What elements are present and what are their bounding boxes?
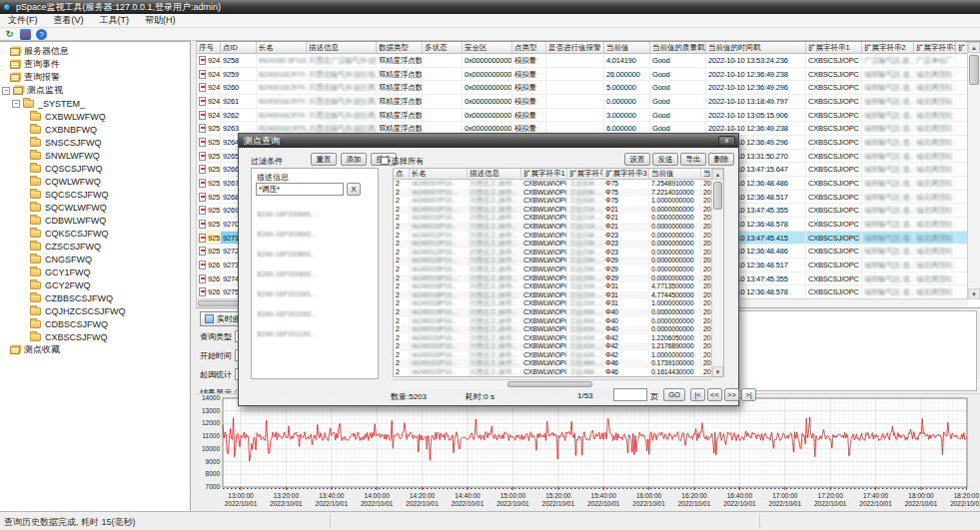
column-header[interactable]: 数据类型 [377,42,423,53]
dialog-table-row[interactable]: 2\A240007P10...川西北工,操作...CXBWLW\OPC工区63#… [394,189,713,198]
help-icon[interactable]: ? [36,29,47,40]
sidebar-item-cdbscsjfwq[interactable]: CDBSCSJFWQ [0,317,190,330]
export-button[interactable]: 导出 [680,153,706,166]
dialog-table-row[interactable]: 2\A240019P10...川西北工,操作...CXBWLW\OPC工区40#… [394,317,713,326]
sidebar-item-查询事件[interactable]: 查询事件 [0,58,190,71]
dialog-table-row[interactable]: 2\A240018P10...川西北工,操作...CXBWLW\OPC工区31#… [394,291,713,300]
sidebar-item-snwlwfwq[interactable]: SNWLWFWQ [0,149,190,162]
dialog-table-row[interactable]: 2\A240019P10...川西北工,操作...CXBWLW\OPC工区40#… [394,325,713,334]
column-header[interactable]: 点 [394,169,410,179]
go-button[interactable]: GO [663,388,685,401]
filter-list-item[interactable]: B240-16P2008#1... [257,245,375,265]
dialog-table-row[interactable]: 2\A240019P10...川西北工,操作...CXBWLW\OPC工区40#… [394,308,713,317]
sidebar-item-cqjhzcscsjfwq[interactable]: CQJHZCSCSJFWQ [0,304,190,317]
dialog-table-row[interactable]: 2\A240020P10...川西北工,操作...CXBWLW\OPC工区42#… [394,342,713,351]
first-page-button[interactable]: |< [690,388,705,401]
sidebar-item-cxbnbfwq[interactable]: CXBNBFWQ [0,123,190,136]
dialog-table-row[interactable]: 2\A240012P10...川西北工,操作...CXBWLW\OPC工区23#… [394,240,713,249]
dialog-table-row[interactable]: 2\A240012P10...川西北工,操作...CXBWLW\OPC工区23#… [394,232,713,241]
dialog-table-row[interactable]: 2\A240018P10...川西北工,操作...CXBWLW\OPC工区31#… [394,282,713,291]
dialog-table-row[interactable]: 2\A240018P10...川西北工,操作...CXBWLW\OPC工区31#… [394,299,713,308]
sidebar-item-sqcscsjfwq[interactable]: SQCSCSJFWQ [0,188,190,201]
column-header[interactable]: 扩展字符串1 [521,169,567,179]
page-number-input[interactable] [613,388,647,401]
dialog-table-row[interactable]: 2\A240007P10...川西北工,操作...CXBWLW\OPC工区63#… [394,180,713,189]
filter-list-item[interactable]: B240-16P2012#1... [257,324,375,344]
sidebar-item-cngsfwq[interactable]: CNGSFWQ [0,253,190,265]
column-header[interactable]: 序号 [197,42,221,53]
dialog-table-row[interactable]: 2\A240020P10...川西北工,操作...CXBWLW\OPC工区42#… [394,351,713,360]
next-page-button[interactable]: >> [724,388,739,401]
column-header[interactable]: 是否进行值报警 [546,42,604,53]
menu-help[interactable]: 帮助(H) [137,14,184,27]
column-header[interactable]: 当前值 [649,169,701,179]
scroll-up-icon[interactable]: ▲ [712,169,723,180]
settings-button[interactable]: 设置 [624,153,650,166]
scrollbar-thumb[interactable] [713,182,722,210]
sidebar-item-测点监视[interactable]: −测点监视 [0,84,190,97]
dialog-horizontal-scrollbar[interactable] [393,379,712,388]
vertical-scrollbar[interactable]: ▲ ▼ [967,42,980,299]
table-row[interactable]: 92469259B240016CRTHO...川西北输气作业区增压达压..双精度… [197,68,968,82]
sidebar-item-cxbscsjfwq[interactable]: CXBSCSJFWQ [0,330,190,343]
filter-list-item[interactable]: B240-16P2006#1... [257,205,375,225]
column-header[interactable]: 扩展字符串2 [862,42,914,53]
collapse-icon[interactable]: − [12,100,20,108]
sidebar-item-cxbwlwfwq[interactable]: CXBWLWFWQ [0,110,190,123]
close-icon[interactable]: x [718,136,735,146]
menu-tools[interactable]: 工具(T) [92,14,138,27]
dialog-table-row[interactable]: 2\A240010P10...川西北工,操作...CXBWLW\OPC工区21#… [394,223,713,232]
sidebar-item-gcy1fwq[interactable]: GCY1FWQ [0,265,190,278]
scrollbar-thumb[interactable] [507,381,592,387]
menu-view[interactable]: 查看(V) [46,14,92,27]
dialog-table-row[interactable]: 2\A240022P10...川西北工,操作...CXBWLW\OPC工区46#… [394,368,713,377]
dialog-table-row[interactable]: 2\A240015P10...川西北工,操作...CXBWLW\OPC工区29#… [394,265,713,274]
scroll-down-icon[interactable]: ▼ [712,366,723,377]
table-row[interactable]: 92459258IN24160 3P10000...川西北广汉输气作业区固争..… [197,54,968,68]
select-all-checkbox[interactable] [381,157,389,165]
column-header[interactable]: 安全区 [463,42,512,53]
collapse-icon[interactable]: − [2,87,10,95]
filter-list-item[interactable]: B240-16P2010#1... [257,284,375,304]
column-header[interactable]: 点ID [221,42,257,53]
column-header[interactable]: 当前值的时间戳 [706,42,806,53]
reset-button[interactable]: 重置 [311,153,337,166]
last-page-button[interactable]: >| [741,388,756,401]
scroll-down-icon[interactable]: ▼ [968,288,980,299]
sidebar-item-查询报警[interactable]: 查询报警 [0,71,190,84]
dialog-title-bar[interactable]: 测点查询 [239,134,738,148]
column-header[interactable]: 点类型 [512,42,546,53]
column-header[interactable]: 多状态 [423,42,463,53]
table-row[interactable]: 92479260B240016CRTHO...川西北输气作业区调压站压..双精度… [197,81,968,95]
dialog-table-row[interactable]: 2\A240012P10...川西北工,操作...CXBWLW\OPC工区23#… [394,249,713,258]
menu-file[interactable]: 文件(F) [0,14,46,27]
scroll-up-icon[interactable]: ▲ [968,42,980,53]
send-button[interactable]: 发送 [652,153,678,166]
sidebar-item-cqwlwfwq[interactable]: CQWLWFWQ [0,175,190,188]
sidebar-item-sqcwlwfwq[interactable]: SQCWLWFWQ [0,201,190,214]
filter-list-item[interactable]: B240-16P2008#2... [257,265,375,284]
dialog-table-row[interactable]: 2\A240022P10...川西北工,操作...CXBWLW\OPC工区46#… [394,359,713,368]
column-header[interactable]: 长名 [257,42,307,53]
sidebar-item-cqscsjfwq[interactable]: CQSCSJFWQ [0,162,190,175]
sidebar-item-服务器信息[interactable]: 服务器信息 [0,45,190,58]
dialog-table-row[interactable]: 2\A240010P10...川西北工,操作...CXBWLW\OPC工区21#… [394,214,713,223]
delete-button[interactable]: 删除 [708,153,734,166]
column-header[interactable]: 扩展字符串3 [914,42,956,53]
filter-history-list[interactable]: B240-16P2006#1...B240-16P2006#2...B240-1… [257,205,375,375]
sidebar-item-cdbwlwfwq[interactable]: CDBWLWFWQ [0,214,190,227]
dialog-table-row[interactable]: 2\A240020P10...川西北工,操作...CXBWLW\OPC工区42#… [394,334,713,343]
column-header[interactable]: 长名 [410,169,468,179]
prev-page-button[interactable]: << [707,388,722,401]
sidebar-item-snscsjfwq[interactable]: SNSCSJFWQ [0,136,190,149]
filter-list-item[interactable]: B240-16P2010#2... [257,304,375,324]
dialog-table-row[interactable]: 2\A240015P10...川西北工,操作...CXBWLW\OPC工区29#… [394,257,713,265]
filter-list-item[interactable]: B240-16P2006#2... [257,225,375,245]
dialog-table-row[interactable]: 2\A240010P10...川西北工,操作...CXBWLW\OPC工区21#… [394,206,713,215]
column-header[interactable]: 当前值的质量戳 [650,42,706,53]
column-header[interactable]: 描述信息 [468,169,521,179]
table-row[interactable]: 92489261B240016CRTHO...川西北输气作业区调压站压..双精度… [197,95,968,109]
column-header[interactable]: 扩展字符串1 [806,42,862,53]
add-button[interactable]: 添加 [341,153,367,166]
dialog-vertical-scrollbar[interactable]: ▲ ▼ [711,169,723,377]
